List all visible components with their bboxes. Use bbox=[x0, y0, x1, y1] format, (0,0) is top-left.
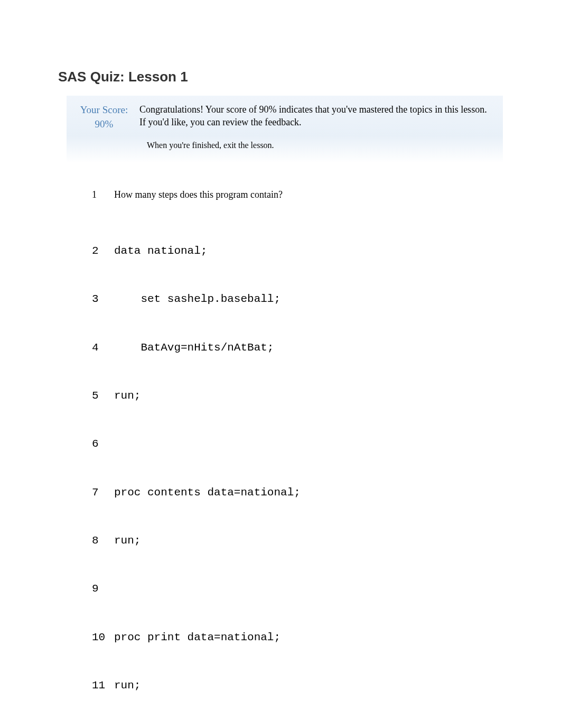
code-line-number: 7 bbox=[92, 485, 114, 501]
page-title: SAS Quiz: Lesson 1 bbox=[58, 69, 503, 85]
code-text: run; bbox=[114, 533, 141, 549]
code-text: data national; bbox=[114, 243, 207, 259]
code-line: 4 BatAvg=nHits/nAtBat; bbox=[92, 340, 503, 356]
code-line: 12 bbox=[92, 726, 503, 728]
score-label-column: Your Score: 90% bbox=[76, 103, 139, 131]
code-line: 2data national; bbox=[92, 243, 503, 259]
code-line-number: 3 bbox=[92, 291, 114, 307]
code-line-number: 6 bbox=[92, 436, 114, 452]
code-text: run; bbox=[114, 678, 141, 694]
code-line-number: 10 bbox=[92, 630, 114, 646]
code-line-number: 4 bbox=[92, 340, 114, 356]
score-percent: 90% bbox=[76, 117, 132, 132]
code-line-number: 5 bbox=[92, 388, 114, 404]
code-line: 9 bbox=[92, 581, 503, 597]
question-number: 1 bbox=[92, 189, 114, 200]
code-line: 3 set sashelp.baseball; bbox=[92, 291, 503, 307]
score-panel: Your Score: 90% Congratulations! Your sc… bbox=[67, 96, 503, 163]
score-message: Congratulations! Your score of 90% indic… bbox=[139, 103, 493, 129]
code-line: 5run; bbox=[92, 388, 503, 404]
code-text: proc print data=national; bbox=[114, 630, 280, 646]
code-line-number: 2 bbox=[92, 243, 114, 259]
code-line: 11run; bbox=[92, 678, 503, 694]
code-line: 6 bbox=[92, 436, 503, 452]
code-line-number: 8 bbox=[92, 533, 114, 549]
code-line-number: 12 bbox=[92, 726, 114, 728]
code-block: 2data national; 3 set sashelp.baseball; … bbox=[92, 211, 503, 728]
code-text: run; bbox=[114, 388, 141, 404]
code-text: proc contents data=national; bbox=[114, 485, 301, 501]
code-line: 8run; bbox=[92, 533, 503, 549]
code-text: set sashelp.baseball; bbox=[114, 291, 280, 307]
score-finish-note: When you're finished, exit the lesson. bbox=[147, 141, 493, 150]
code-line: 10proc print data=national; bbox=[92, 630, 503, 646]
score-label: Your Score: bbox=[80, 104, 128, 115]
question-text: How many steps does this program contain… bbox=[114, 189, 503, 200]
code-line-number: 9 bbox=[92, 581, 114, 597]
code-line-number: 11 bbox=[92, 678, 114, 694]
code-text: BatAvg=nHits/nAtBat; bbox=[114, 340, 274, 356]
question-container: 1 How many steps does this program conta… bbox=[92, 189, 503, 728]
code-line: 7proc contents data=national; bbox=[92, 485, 503, 501]
